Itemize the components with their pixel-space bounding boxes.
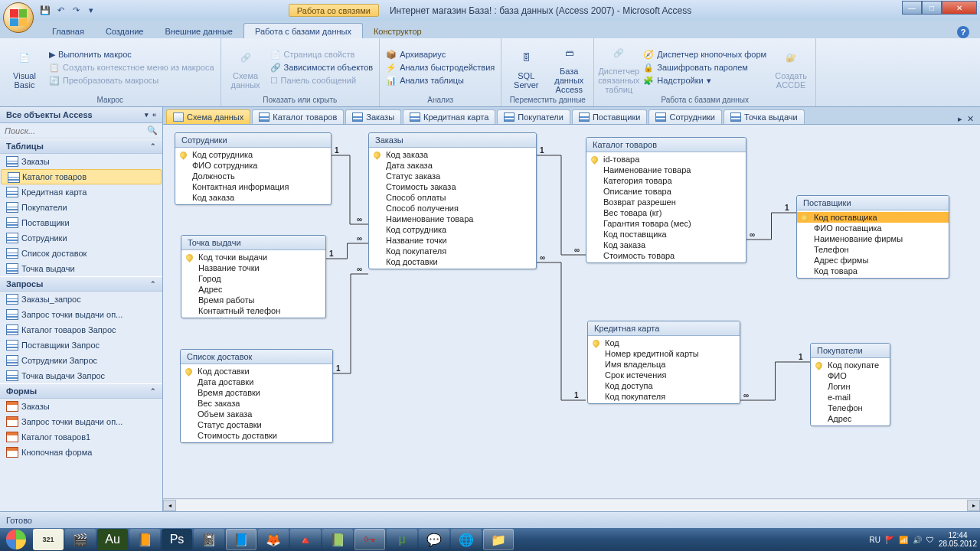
message-panel-button[interactable]: ☐ Панель сообщений bbox=[269, 75, 375, 86]
archiver-button[interactable]: 📦 Архивариус bbox=[384, 49, 496, 60]
start-button[interactable] bbox=[0, 528, 32, 551]
nav-item[interactable]: Поставщики Запрос bbox=[0, 337, 162, 353]
nav-item[interactable]: Запрос точки выдачи оп... bbox=[0, 307, 162, 322]
entity-field[interactable]: Стоимость доставки bbox=[181, 430, 332, 441]
entity-field[interactable]: Способ оплаты bbox=[369, 192, 536, 203]
document-tab[interactable]: Сотрудники bbox=[648, 109, 722, 124]
entity-field[interactable]: Контактный телефон bbox=[181, 305, 325, 316]
nav-item[interactable]: Заказы bbox=[0, 154, 162, 169]
document-tab[interactable]: Поставщики bbox=[572, 109, 648, 124]
save-icon[interactable]: 💾 bbox=[38, 4, 52, 18]
entity-field[interactable]: id-товара bbox=[586, 154, 746, 165]
nav-item[interactable]: Список доставок bbox=[0, 246, 162, 261]
entity-field[interactable]: Код покупате bbox=[811, 360, 890, 370]
entity-field[interactable]: Категория товара bbox=[586, 175, 746, 186]
entity-field[interactable]: Номер кредитной карты bbox=[588, 348, 740, 359]
redo-icon[interactable]: ↷ bbox=[69, 4, 83, 18]
entity-field[interactable]: Телефон bbox=[811, 403, 890, 413]
entity-tochka[interactable]: Точка выдачиКод точки выдачиНазвание точ… bbox=[181, 235, 326, 318]
task-explorer-icon[interactable]: 📁 bbox=[483, 529, 514, 550]
entity-field[interactable]: ФИО bbox=[811, 370, 890, 381]
cat-forms[interactable]: Формы⌃ bbox=[0, 383, 162, 399]
entity-field[interactable]: Контактная информация bbox=[175, 181, 331, 192]
entity-field[interactable]: Код точки выдачи bbox=[181, 252, 325, 262]
entity-katalog[interactable]: Каталог товаровid-товараНаименование тов… bbox=[586, 137, 746, 263]
entity-header[interactable]: Поставщики bbox=[797, 196, 949, 210]
task-chrome-icon[interactable]: 🌐 bbox=[451, 529, 482, 550]
accde-button[interactable]: 🔐Создать ACCDE bbox=[771, 40, 811, 95]
entity-field[interactable]: Код сотрудника bbox=[369, 224, 536, 235]
dependencies-button[interactable]: 🔗 Зависимости объектов bbox=[269, 62, 375, 73]
document-tab[interactable]: Покупатели bbox=[497, 109, 570, 124]
task-firefox-icon[interactable]: 🦊 bbox=[258, 529, 289, 550]
entity-field[interactable]: Код поставщика bbox=[797, 212, 949, 223]
minimize-button[interactable]: — bbox=[902, 1, 922, 15]
relationships-canvas[interactable]: СотрудникиКод сотрудникаФИО сотрудникаДо… bbox=[163, 125, 980, 498]
cat-tables[interactable]: Таблицы⌃ bbox=[0, 139, 162, 154]
tab-close-icon[interactable]: ✕ bbox=[967, 114, 974, 124]
tab-create[interactable]: Создание bbox=[95, 24, 155, 38]
entity-field[interactable]: Код заказа bbox=[369, 149, 536, 160]
task-excel-icon[interactable]: 📗 bbox=[322, 529, 353, 550]
maximize-button[interactable]: □ bbox=[922, 1, 942, 15]
entity-header[interactable]: Покупатели bbox=[811, 344, 890, 358]
property-page-button[interactable]: 📄 Страница свойств bbox=[269, 49, 375, 60]
entity-pokupateli[interactable]: ПокупателиКод покупатеФИОЛогинe-mailТеле… bbox=[810, 343, 890, 426]
tab-design[interactable]: Конструктор bbox=[363, 24, 433, 38]
task-movie-icon[interactable]: 🎬 bbox=[65, 529, 96, 550]
entity-field[interactable]: Код bbox=[588, 337, 740, 348]
visual-basic-button[interactable]: 📄Visual Basic bbox=[5, 40, 44, 95]
document-tab[interactable]: Заказы bbox=[345, 109, 401, 124]
office-button[interactable] bbox=[3, 2, 34, 33]
entity-field[interactable]: Телефон bbox=[797, 244, 949, 255]
lang-indicator[interactable]: RU bbox=[869, 536, 880, 544]
tab-scroll-icon[interactable]: ▸ bbox=[958, 114, 962, 124]
nav-item[interactable]: Каталог товаров1 bbox=[0, 429, 162, 445]
entity-field[interactable]: Код сотрудника bbox=[175, 149, 331, 160]
task-word-icon[interactable]: 📘 bbox=[226, 529, 256, 550]
nav-item[interactable]: Заказы bbox=[0, 399, 162, 414]
task-audition-icon[interactable]: Au bbox=[97, 529, 128, 550]
tray-flag-icon[interactable]: 🚩 bbox=[885, 536, 894, 544]
nav-item[interactable]: Поставщики bbox=[0, 215, 162, 230]
switchboard-button[interactable]: 🧭 Диспетчер кнопочных форм bbox=[642, 49, 768, 60]
entity-field[interactable]: Гарантия товара (мес) bbox=[586, 218, 746, 229]
entity-field[interactable]: Статус заказа bbox=[369, 171, 536, 181]
entity-field[interactable]: ФИО сотрудника bbox=[175, 160, 331, 171]
nav-item[interactable]: Каталог товаров Запрос bbox=[0, 322, 162, 337]
nav-item[interactable]: Каталог товаров bbox=[1, 169, 162, 184]
tray-volume-icon[interactable]: 🔊 bbox=[913, 536, 922, 544]
clock-date[interactable]: 28.05.2012 bbox=[939, 540, 977, 548]
entity-field[interactable]: Статус доставки bbox=[181, 419, 332, 430]
entity-field[interactable]: Код доступа bbox=[588, 380, 740, 391]
document-tab[interactable]: Кредитная карта bbox=[403, 109, 495, 124]
entity-dostavok[interactable]: Список доставокКод доставкиДата доставки… bbox=[180, 349, 333, 443]
document-tab[interactable]: Схема данных bbox=[166, 109, 250, 124]
entity-field[interactable]: Код покупателя bbox=[369, 246, 536, 256]
qat-dropdown-icon[interactable]: ▾ bbox=[84, 4, 98, 18]
entity-field[interactable]: Объем заказа bbox=[181, 409, 332, 419]
task-access-icon[interactable]: 🗝 bbox=[354, 529, 385, 550]
entity-field[interactable]: Адрес фирмы bbox=[797, 255, 949, 266]
entity-field[interactable]: Срок истечения bbox=[588, 370, 740, 380]
entity-field[interactable]: Способ получения bbox=[369, 203, 536, 214]
task-photoshop-icon[interactable]: Ps bbox=[162, 529, 192, 550]
task-utorrent-icon[interactable]: μ bbox=[387, 529, 417, 550]
task-vlc-icon[interactable]: 🔺 bbox=[290, 529, 321, 550]
perf-button[interactable]: ⚡ Анализ быстродействия bbox=[384, 62, 496, 73]
nav-item[interactable]: Покупатели bbox=[0, 200, 162, 215]
entity-field[interactable]: Код доставки bbox=[369, 256, 536, 267]
entity-field[interactable]: Время работы bbox=[181, 295, 325, 305]
entity-field[interactable]: Адрес bbox=[811, 413, 890, 424]
entity-postavshiki[interactable]: ПоставщикиКод поставщикаФИО поставщикаНа… bbox=[796, 195, 949, 279]
entity-header[interactable]: Точка выдачи bbox=[181, 236, 325, 250]
tray-network-icon[interactable]: 📶 bbox=[899, 536, 908, 544]
nav-item[interactable]: Заказы_запрос bbox=[0, 292, 162, 307]
convert-macros-button[interactable]: 🔄 Преобразовать макросы bbox=[47, 75, 216, 86]
scroll-right-icon[interactable]: ▸ bbox=[967, 500, 980, 511]
entity-header[interactable]: Список доставок bbox=[181, 350, 332, 364]
entity-field[interactable]: ФИО поставщика bbox=[797, 223, 949, 233]
entity-field[interactable]: Возврат разрешен bbox=[586, 197, 746, 207]
document-tab[interactable]: Точка выдачи bbox=[724, 109, 805, 124]
clock-time[interactable]: 12:44 bbox=[939, 531, 977, 540]
